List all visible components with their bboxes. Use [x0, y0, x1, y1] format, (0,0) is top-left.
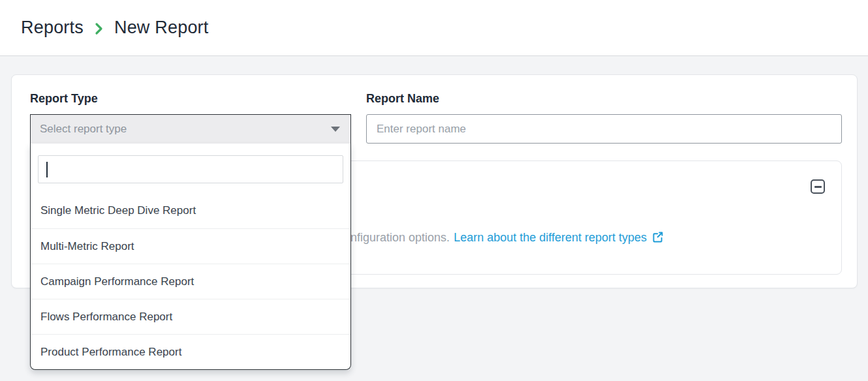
- report-form-row: Report Type Select report type Single Me…: [30, 92, 842, 144]
- external-link-icon: [652, 231, 664, 243]
- report-type-dropdown: Single Metric Deep Dive Report Multi-Met…: [30, 144, 351, 370]
- dropdown-option-campaign-performance[interactable]: Campaign Performance Report: [31, 264, 350, 299]
- top-bar: Reports New Report: [0, 0, 868, 56]
- chevron-right-icon: [94, 22, 104, 36]
- dropdown-search-input[interactable]: [38, 155, 343, 183]
- report-name-input[interactable]: [366, 114, 842, 144]
- dropdown-option-single-metric[interactable]: Single Metric Deep Dive Report: [31, 193, 350, 228]
- chevron-down-icon: [331, 127, 340, 132]
- report-name-field: Report Name: [366, 92, 842, 144]
- report-type-label: Report Type: [30, 92, 351, 106]
- report-type-field: Report Type Select report type Single Me…: [30, 92, 351, 144]
- learn-report-types-link[interactable]: Learn about the different report types: [454, 231, 647, 244]
- report-type-select[interactable]: Select report type: [30, 114, 351, 144]
- new-report-card: Report Type Select report type Single Me…: [11, 74, 858, 288]
- page-body: Report Type Select report type Single Me…: [0, 56, 868, 288]
- dropdown-option-multi-metric[interactable]: Multi-Metric Report: [31, 228, 350, 264]
- dropdown-option-product-performance[interactable]: Product Performance Report: [31, 334, 350, 369]
- text-cursor: [46, 162, 48, 177]
- collapse-panel-button[interactable]: [811, 179, 825, 194]
- config-caption-text: onfiguration options.: [344, 231, 450, 244]
- breadcrumb: Reports New Report: [21, 18, 209, 38]
- minus-square-icon: [814, 186, 822, 188]
- report-name-label: Report Name: [366, 92, 842, 106]
- breadcrumb-link-reports[interactable]: Reports: [21, 18, 84, 38]
- report-type-option-list: Single Metric Deep Dive Report Multi-Met…: [31, 193, 350, 369]
- breadcrumb-current-page: New Report: [114, 18, 209, 38]
- config-caption: onfiguration options.Learn about the dif…: [344, 230, 664, 245]
- report-type-select-value: Select report type: [40, 123, 127, 136]
- dropdown-option-flows-performance[interactable]: Flows Performance Report: [31, 299, 350, 334]
